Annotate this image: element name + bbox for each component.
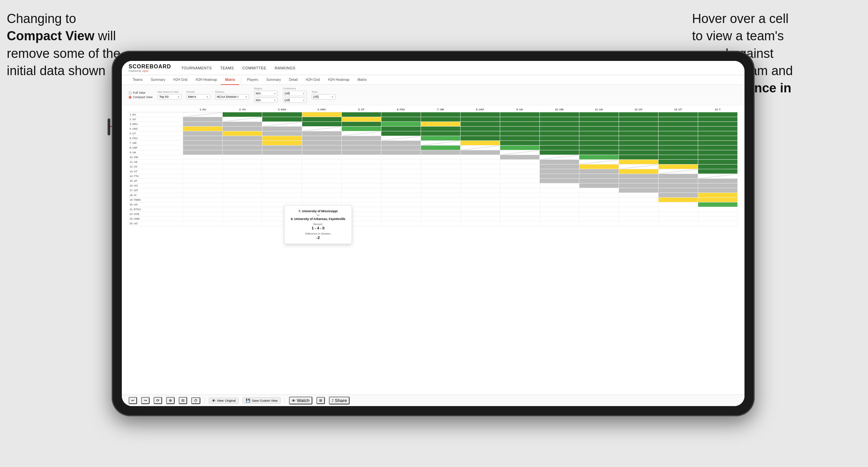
matrix-cell[interactable]	[539, 198, 579, 202]
matrix-cell[interactable]	[183, 112, 223, 117]
matrix-cell[interactable]	[460, 183, 500, 188]
matrix-cell[interactable]	[539, 217, 579, 221]
matrix-cell[interactable]	[421, 160, 460, 164]
matrix-cell[interactable]	[619, 183, 658, 188]
watch-button[interactable]: 👁 Watch	[289, 397, 312, 404]
matrix-cell[interactable]	[619, 117, 658, 122]
matrix-cell[interactable]	[183, 212, 223, 217]
matrix-cell[interactable]	[500, 160, 539, 164]
matrix-cell[interactable]	[619, 179, 658, 183]
matrix-cell[interactable]	[500, 141, 539, 146]
matrix-cell[interactable]	[341, 174, 381, 179]
matrix-cell[interactable]	[619, 202, 658, 207]
matrix-cell[interactable]	[302, 193, 341, 198]
matrix-cell[interactable]	[539, 212, 579, 217]
matrix-cell[interactable]	[302, 169, 341, 174]
matrix-cell[interactable]	[539, 160, 579, 164]
matrix-cell[interactable]	[183, 221, 223, 226]
matrix-cell[interactable]	[500, 146, 539, 150]
matrix-cell[interactable]	[381, 131, 421, 136]
matrix-cell[interactable]	[579, 202, 619, 207]
matrix-cell[interactable]	[539, 179, 579, 183]
matrix-cell[interactable]	[421, 117, 460, 122]
matrix-cell[interactable]	[262, 164, 302, 169]
clock-button[interactable]: ⏱	[191, 397, 200, 404]
tab-detail[interactable]: Detail	[285, 75, 302, 85]
matrix-cell[interactable]	[223, 217, 262, 221]
matrix-cell[interactable]	[421, 174, 460, 179]
matrix-cell[interactable]	[381, 198, 421, 202]
matrix-cell[interactable]	[460, 150, 500, 155]
matrix-cell[interactable]	[500, 202, 539, 207]
matrix-cell[interactable]	[223, 131, 262, 136]
matrix-cell[interactable]	[381, 127, 421, 131]
conference-select[interactable]: (All) ▼	[283, 91, 307, 96]
matrix-cell[interactable]	[302, 179, 341, 183]
matrix-cell[interactable]	[223, 183, 262, 188]
matrix-cell[interactable]	[262, 112, 302, 117]
matrix-cell[interactable]	[579, 169, 619, 174]
matrix-cell[interactable]	[579, 146, 619, 150]
matrix-cell[interactable]	[341, 193, 381, 198]
matrix-cell[interactable]	[421, 155, 460, 160]
tab-h2h-grid-right[interactable]: H2H Grid	[302, 75, 324, 85]
matrix-cell[interactable]	[381, 150, 421, 155]
tab-h2h-grid-left[interactable]: H2H Grid	[169, 75, 192, 85]
matrix-cell[interactable]	[579, 193, 619, 198]
matrix-cell[interactable]	[223, 150, 262, 155]
matrix-cell[interactable]	[539, 122, 579, 127]
matrix-cell[interactable]	[460, 136, 500, 141]
matrix-cell[interactable]	[460, 179, 500, 183]
matrix-cell[interactable]	[460, 193, 500, 198]
redo-button[interactable]: ↪	[141, 397, 150, 404]
matrix-cell[interactable]	[223, 198, 262, 202]
matrix-cell[interactable]	[302, 131, 341, 136]
division-select[interactable]: NCAA Division I ▼	[215, 94, 249, 99]
matrix-cell[interactable]	[302, 141, 341, 146]
matrix-cell[interactable]	[421, 198, 460, 202]
matrix-cell[interactable]	[421, 131, 460, 136]
matrix-cell[interactable]	[579, 174, 619, 179]
max-teams-select[interactable]: Top 50 ▼	[158, 94, 181, 99]
matrix-cell[interactable]	[698, 146, 737, 150]
matrix-cell[interactable]	[223, 169, 262, 174]
matrix-cell[interactable]	[460, 141, 500, 146]
matrix-cell[interactable]	[579, 212, 619, 217]
matrix-cell[interactable]	[500, 179, 539, 183]
matrix-cell[interactable]	[698, 212, 737, 217]
matrix-cell[interactable]	[262, 150, 302, 155]
matrix-cell[interactable]	[698, 164, 737, 169]
matrix-cell[interactable]	[223, 155, 262, 160]
matrix-cell[interactable]	[381, 221, 421, 226]
matrix-cell[interactable]	[698, 122, 737, 127]
matrix-cell[interactable]	[460, 188, 500, 193]
matrix-cell[interactable]	[579, 127, 619, 131]
matrix-cell[interactable]	[658, 146, 698, 150]
matrix-cell[interactable]	[183, 141, 223, 146]
matrix-cell[interactable]	[421, 141, 460, 146]
matrix-cell[interactable]	[381, 160, 421, 164]
matrix-cell[interactable]	[500, 117, 539, 122]
matrix-cell[interactable]	[381, 169, 421, 174]
matrix-cell[interactable]	[302, 188, 341, 193]
matrix-cell[interactable]	[619, 212, 658, 217]
matrix-cell[interactable]	[381, 174, 421, 179]
matrix-cell[interactable]	[539, 141, 579, 146]
matrix-cell[interactable]	[460, 198, 500, 202]
matrix-cell[interactable]	[183, 193, 223, 198]
matrix-cell[interactable]	[619, 155, 658, 160]
matrix-cell[interactable]	[421, 136, 460, 141]
matrix-cell[interactable]	[381, 212, 421, 217]
matrix-cell[interactable]	[579, 198, 619, 202]
matrix-cell[interactable]	[579, 221, 619, 226]
matrix-cell[interactable]	[698, 141, 737, 146]
matrix-cell[interactable]	[262, 169, 302, 174]
matrix-cell[interactable]	[539, 112, 579, 117]
matrix-cell[interactable]	[302, 122, 341, 127]
matrix-cell[interactable]	[341, 146, 381, 150]
matrix-cell[interactable]	[698, 193, 737, 198]
matrix-cell[interactable]	[183, 164, 223, 169]
matrix-cell[interactable]	[421, 217, 460, 221]
matrix-cell[interactable]	[381, 164, 421, 169]
matrix-cell[interactable]	[223, 141, 262, 146]
